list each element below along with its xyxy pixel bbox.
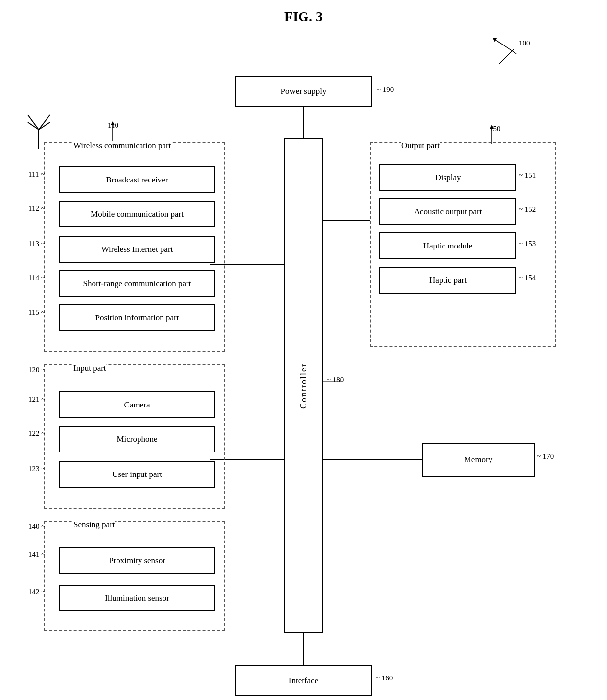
svg-marker-18 [111,121,115,125]
camera-label: Camera [124,400,150,410]
ref-152: ~ 152 [519,205,536,214]
short-range-box: Short-range communication part [59,270,215,297]
ref-154: ~ 154 [519,274,536,282]
ref-115: 115 ~ [28,308,45,316]
ref-180: ~ 180 [327,376,344,384]
haptic-part-box: Haptic part [379,267,516,294]
user-input-box: User input part [59,461,215,488]
illumination-label: Illumination sensor [105,593,169,603]
sensing-group-label: Sensing part [73,520,115,530]
svg-line-10 [494,39,516,54]
position-label: Position information part [95,313,179,323]
ref-140: 140 ~ [28,522,45,531]
short-range-label: Short-range communication part [83,279,191,289]
proximity-box: Proximity sensor [59,547,215,574]
ref-142: 142 ~ [28,588,45,596]
ref-153: ~ 153 [519,240,536,248]
ref-114: 114 ~ [28,274,45,282]
wireless-internet-box: Wireless Internet part [59,236,215,263]
wireless-internet-label: Wireless Internet part [101,245,173,254]
user-input-label: User input part [112,470,162,479]
illumination-box: Illumination sensor [59,585,215,611]
ref-120: 120 ~ [28,366,45,374]
diagram: FIG. 3 100 Power supply ~ 190 Controller… [0,0,607,700]
acoustic-box: Acoustic output part [379,198,516,225]
acoustic-label: Acoustic output part [414,207,482,217]
ref-122: 122 ~ [28,429,45,438]
haptic-part-label: Haptic part [429,275,467,285]
ref-111: 111 ~ [28,170,45,179]
controller-label: Controller [299,363,309,409]
ref-190: ~ 190 [377,86,394,94]
input-group-label: Input part [73,363,106,373]
svg-line-16 [39,122,50,130]
interface-box: Interface [235,665,372,696]
ref-170: ~ 170 [537,452,554,461]
output-group-label: Output part [401,141,440,151]
camera-box: Camera [59,391,215,418]
svg-line-14 [39,115,50,130]
svg-line-15 [28,122,39,130]
power-supply-label: Power supply [280,87,326,96]
mobile-box: Mobile communication part [59,201,215,227]
broadcast-label: Broadcast receiver [106,175,168,185]
svg-marker-20 [490,125,494,129]
ref-100-arrow [487,34,526,59]
ref-123: 123 ~ [28,465,45,473]
microphone-label: Microphone [117,434,157,444]
haptic-module-box: Haptic module [379,232,516,259]
fig-title: FIG. 3 [284,9,323,24]
power-supply-box: Power supply [235,76,372,107]
proximity-label: Proximity sensor [109,556,165,565]
ref-113: 113 ~ [28,240,45,248]
ref-112: 112 ~ [28,204,45,213]
microphone-box: Microphone [59,426,215,452]
ref-141: 141 ~ [28,550,45,559]
sensing-group [44,521,225,631]
display-label: Display [435,173,461,182]
memory-box: Memory [422,443,535,477]
svg-line-13 [28,115,39,130]
interface-label: Interface [289,676,318,686]
mobile-label: Mobile communication part [91,209,184,219]
ref-151: ~ 151 [519,171,536,180]
controller-box: Controller [284,138,323,633]
ref-121: 121 ~ [28,395,45,404]
position-box: Position information part [59,304,215,331]
broadcast-box: Broadcast receiver [59,166,215,193]
haptic-module-label: Haptic module [423,241,473,251]
wireless-group-label: Wireless communication part [73,141,171,151]
display-box: Display [379,164,516,191]
memory-label: Memory [464,455,493,465]
ref-160: ~ 160 [376,674,393,682]
